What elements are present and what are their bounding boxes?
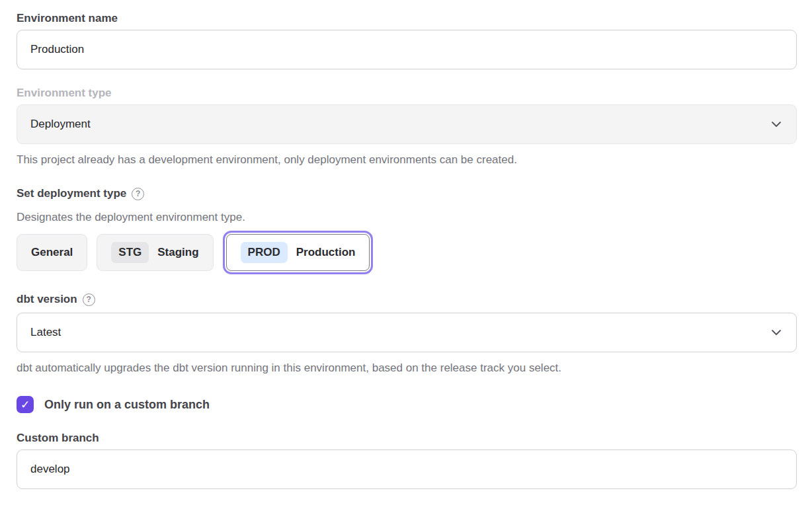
dbt-version-select[interactable]: Latest bbox=[17, 313, 797, 352]
custom-branch-input[interactable]: develop bbox=[17, 449, 797, 489]
deployment-type-general-button[interactable]: General bbox=[17, 234, 87, 271]
check-icon: ✓ bbox=[20, 398, 30, 412]
help-icon[interactable]: ? bbox=[132, 188, 144, 200]
environment-name-input[interactable]: Production bbox=[17, 30, 797, 69]
general-button-label: General bbox=[31, 246, 73, 259]
environment-type-label: Environment type bbox=[17, 86, 797, 100]
deployment-type-description: Designates the deployment environment ty… bbox=[17, 210, 797, 225]
production-button-label: Production bbox=[296, 246, 356, 259]
environment-name-label: Environment name bbox=[17, 11, 797, 26]
deployment-type-options: General STG Staging PROD Production bbox=[17, 231, 797, 274]
selected-option-focus-ring: PROD Production bbox=[223, 231, 374, 274]
custom-branch-toggle-label: Only run on a custom branch bbox=[44, 398, 210, 412]
custom-branch-toggle-row: ✓ Only run on a custom branch bbox=[17, 396, 797, 413]
dbt-version-value: Latest bbox=[30, 326, 61, 339]
environment-settings-form: Environment name Production Environment … bbox=[0, 0, 812, 489]
help-icon[interactable]: ? bbox=[83, 293, 95, 306]
chevron-down-icon bbox=[771, 121, 782, 128]
production-badge: PROD bbox=[241, 242, 288, 263]
dbt-version-header: dbt version ? bbox=[17, 292, 797, 307]
deployment-type-header: Set deployment type ? bbox=[17, 186, 797, 201]
custom-branch-label: Custom branch bbox=[17, 431, 797, 446]
chevron-down-icon bbox=[771, 329, 782, 336]
dbt-version-helper-text: dbt automatically upgrades the dbt versi… bbox=[17, 361, 797, 375]
deployment-type-production-button[interactable]: PROD Production bbox=[226, 234, 370, 271]
environment-type-select: Deployment bbox=[17, 104, 797, 144]
environment-type-helper-text: This project already has a development e… bbox=[17, 153, 797, 167]
deployment-type-staging-button[interactable]: STG Staging bbox=[97, 234, 213, 271]
environment-type-value: Deployment bbox=[30, 118, 91, 131]
dbt-version-label: dbt version bbox=[17, 292, 77, 307]
staging-button-label: Staging bbox=[157, 246, 198, 259]
custom-branch-checkbox[interactable]: ✓ bbox=[17, 396, 34, 413]
staging-badge: STG bbox=[111, 242, 149, 263]
deployment-type-label: Set deployment type bbox=[17, 186, 126, 201]
